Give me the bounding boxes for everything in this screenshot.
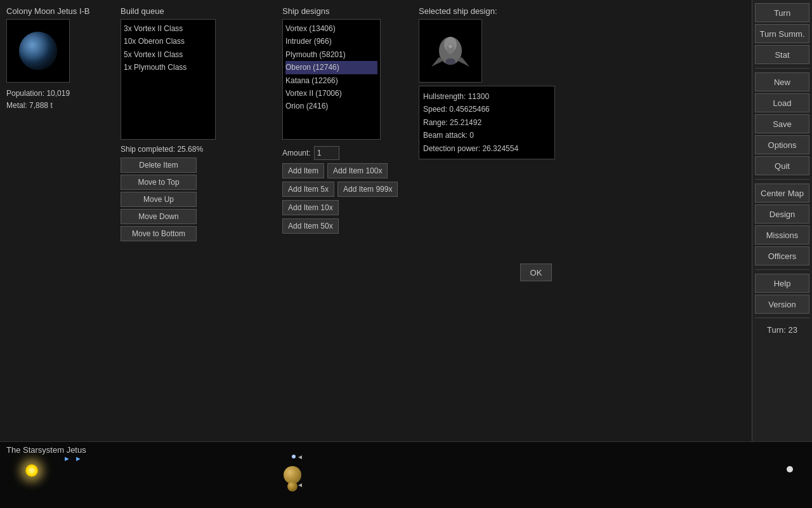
hullstrength-stat: Hullstrength: 11300 [423,90,551,103]
move-to-bottom-button[interactable]: Move to Bottom [121,226,197,241]
star-left [25,464,38,477]
amount-input[interactable] [314,146,339,160]
new-button[interactable]: New [755,72,809,91]
move-to-top-button[interactable]: Move to Top [121,175,197,190]
ship-icon [428,29,473,73]
list-item[interactable]: 10x Oberon Class [124,35,213,48]
add-item-50x-button[interactable]: Add Item 50x [282,218,339,234]
help-button[interactable]: Help [755,274,809,293]
list-item[interactable]: 3x Vortex II Class [124,22,213,35]
add-btn-row-1: Add Item Add Item 100x [282,163,409,178]
add-item-999x-button[interactable]: Add Item 999x [337,182,398,197]
speed-stat: Speed: 0.45625466 [423,103,551,116]
metal-stat: Metal: 7,888 t [6,100,114,112]
nav-arrow-left-1[interactable]: ► [63,455,70,462]
colony-section: Colony Moon Jetus I-B Population: 10,019… [6,6,114,112]
list-item[interactable]: Plymouth (58201) [285,48,377,61]
add-item-5x-button[interactable]: Add Item 5x [282,182,334,197]
list-item[interactable]: 5x Vortex II Class [124,48,213,61]
right-sidebar: Turn Turn Summ. Stat New Load Save Optio… [752,0,812,441]
delete-item-button[interactable]: Delete Item [121,157,197,173]
ok-button[interactable]: OK [520,264,552,281]
quit-button[interactable]: Quit [755,156,809,175]
list-item[interactable]: Vortex II (17006) [285,87,377,100]
ship-preview [419,19,482,83]
center-map-button[interactable]: Center Map [755,184,809,203]
missions-button[interactable]: Missions [755,225,809,244]
main-content: Colony Moon Jetus I-B Population: 10,019… [0,0,752,441]
amount-row: Amount: [282,146,409,160]
officers-button[interactable]: Officers [755,246,809,265]
ship-stats-box: Hullstrength: 11300 Speed: 0.45625466 Ra… [419,86,555,159]
version-button[interactable]: Version [755,295,809,314]
sidebar-divider-2 [755,179,809,180]
amount-label: Amount: [282,149,311,157]
list-item[interactable]: Katana (12266) [285,74,377,87]
selected-design-section: Selected ship design: [419,6,558,159]
sidebar-divider-4 [755,318,809,318]
turn-label: Turn: 23 [767,325,797,335]
add-btn-row-3: Add Item 10x [282,200,409,215]
add-btn-row-4: Add Item 50x [282,218,409,234]
move-down-button[interactable]: Move Down [121,209,197,224]
add-btn-row-2: Add Item 5x Add Item 999x [282,182,409,197]
build-queue-title: Build queue [121,6,241,16]
nav-arrow-left-2[interactable]: ► [75,455,82,462]
sidebar-divider-3 [755,269,809,270]
add-item-button[interactable]: Add Item [282,163,324,178]
range-stat: Range: 25.21492 [423,116,551,129]
orbit-indicator-2: ◄ [297,481,303,488]
turn-button[interactable]: Turn [755,3,809,22]
load-button[interactable]: Load [755,93,809,112]
orbit-indicator-1: ◄ [297,453,303,460]
selected-design-title: Selected ship design: [419,6,558,16]
svg-point-4 [445,58,455,65]
ship-designs-list[interactable]: Vortex (13406) Intruder (966) Plymouth (… [282,19,381,140]
ship-completed: Ship completed: 25.68% [121,145,241,154]
design-button[interactable]: Design [755,204,809,224]
stat-button[interactable]: Stat [755,45,809,64]
colony-title: Colony Moon Jetus I-B [6,6,114,16]
save-button[interactable]: Save [755,114,809,133]
planet-center-shadow [287,481,298,491]
options-button[interactable]: Options [755,135,809,154]
list-item[interactable]: 1x Plymouth Class [124,61,213,74]
build-queue-section: Build queue 3x Vortex II Class 10x Obero… [121,6,241,243]
turn-summ-button[interactable]: Turn Summ. [755,24,809,43]
planet-sphere [19,32,57,70]
population-stat: Population: 10,019 [6,88,114,100]
add-item-100x-button[interactable]: Add Item 100x [327,163,388,178]
colony-image [6,19,70,83]
list-item[interactable]: Oberon (12746) [285,61,377,74]
colony-stats: Population: 10,019 Metal: 7,888 t [6,88,114,112]
detection-power-stat: Detection power: 26.324554 [423,142,551,155]
beam-attack-stat: Beam attack: 0 [423,129,551,142]
move-up-button[interactable]: Move Up [121,192,197,207]
list-item[interactable]: Vortex (13406) [285,22,377,35]
list-item[interactable]: Intruder (966) [285,35,377,48]
add-item-10x-button[interactable]: Add Item 10x [282,200,339,215]
sidebar-divider-1 [755,68,809,69]
bottom-bar: The Starsystem Jetus ► ► ◄ ◄ [0,441,812,508]
ship-designs-title: Ship designs [282,6,409,16]
list-item[interactable]: Orion (2416) [285,100,377,112]
svg-point-6 [449,44,452,48]
ship-designs-section: Ship designs Vortex (13406) Intruder (96… [282,6,409,234]
orbit-dot-right [787,466,793,472]
starsystem-label: The Starsystem Jetus [6,445,86,455]
build-queue-list[interactable]: 3x Vortex II Class 10x Oberon Class 5x V… [121,19,216,140]
orbit-dot-1 [292,455,296,458]
